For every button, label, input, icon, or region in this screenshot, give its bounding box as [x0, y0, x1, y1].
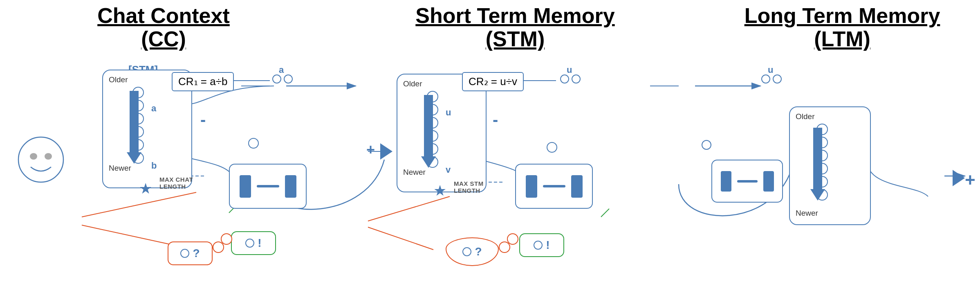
stm-question-mark: ?: [475, 245, 482, 258]
ltm-older-label: Older: [796, 112, 814, 121]
cc-proc-rect-1: [240, 175, 251, 198]
cc-exclamation-bubble: !: [231, 231, 276, 255]
stm-title: Short Term Memory (STM): [409, 4, 621, 51]
svg-point-19: [30, 153, 37, 160]
stm-down-arrow: [421, 95, 436, 168]
svg-marker-12: [380, 143, 392, 160]
stm-conn-circle-2: [572, 74, 581, 83]
cc-question-mark: ?: [193, 247, 200, 260]
ltm-conn-circle-1: [761, 74, 770, 83]
cc-exclamation-mark: !: [258, 237, 261, 250]
stm-max-label: MAX STMLENGTH: [454, 180, 484, 194]
svg-line-3: [82, 225, 176, 246]
svg-point-14: [249, 138, 258, 148]
svg-marker-13: [953, 170, 965, 186]
cc-proc-line: [257, 185, 279, 187]
cc-processor-box: [229, 164, 307, 209]
stm-q-circle: [462, 247, 471, 256]
cc-older-label: Older: [109, 75, 128, 84]
ltm-title: Long Term Memory (LTM): [736, 4, 949, 51]
stm-proc-center: [543, 185, 565, 187]
cc-conn-circle-2: [284, 74, 293, 83]
svg-point-15: [547, 142, 557, 152]
stm-connector-u-label: u: [567, 65, 572, 75]
svg-line-6: [368, 196, 450, 221]
ltm-memory-box: Older Newer: [789, 106, 871, 225]
stm-proc-line: [543, 185, 565, 187]
svg-line-7: [368, 227, 433, 250]
stm-star: ★: [433, 182, 446, 199]
cc-conn-circle-1: [272, 74, 281, 83]
svg-point-18: [18, 137, 63, 182]
cc-proc-rect-2: [285, 175, 296, 198]
cc-question-bubble: ?: [168, 241, 213, 265]
cc-q-circle: [180, 249, 189, 258]
smiley-face: [16, 135, 65, 184]
cc-newer-label: Newer: [109, 164, 131, 173]
ltm-connector-u-label: u: [768, 65, 773, 75]
stm-exclamation-mark: !: [546, 239, 549, 252]
cc-formula-box: CR₁ = a÷b: [172, 72, 234, 91]
stm-letter-u: u: [446, 107, 451, 118]
ltm-down-arrow: [810, 128, 825, 201]
cc-letter-a: a: [151, 103, 156, 114]
stm-proc-rect-1: [526, 175, 537, 198]
cc-minus-sign: -: [200, 111, 206, 129]
stm-plus-label: +: [366, 141, 375, 158]
stm-formula-box: CR₂ = u÷v: [462, 72, 524, 91]
cc-letter-b: b: [151, 160, 157, 171]
stm-minus-sign: -: [493, 111, 498, 129]
cc-overflow-2: [213, 241, 224, 253]
ltm-proc-rect-2: [763, 171, 774, 192]
cc-proc-center: [257, 185, 279, 187]
stm-memory-box: Older u v Newer: [397, 74, 487, 192]
stm-newer-label: Newer: [403, 168, 426, 177]
stm-question-bubble: ?: [446, 237, 499, 266]
stm-e-circle: [534, 241, 543, 250]
ltm-proc-line: [737, 180, 758, 183]
ltm-connector-dot: [702, 140, 711, 150]
stm-older-label: Older: [403, 79, 422, 88]
cc-connector-a-label: a: [279, 65, 284, 75]
ltm-conn-circle-2: [773, 74, 782, 83]
cc-e-circle: [245, 239, 254, 248]
stm-proc-rect-2: [571, 175, 583, 198]
cc-down-arrow: [127, 91, 141, 164]
stm-connector-group: [560, 74, 581, 83]
cc-star: ★: [139, 180, 152, 197]
stm-exclamation-bubble: !: [519, 233, 564, 257]
stm-conn-circle-1: [560, 74, 569, 83]
diagram-container: Chat Context (CC) [STM] Older a b Newer …: [0, 0, 980, 291]
ltm-proc-center: [737, 180, 758, 183]
ltm-connector-group: [761, 74, 782, 83]
cc-connector-group: [272, 74, 293, 83]
ltm-proc-rect-1: [721, 171, 731, 192]
cc-max-chat-label: MAX CHATLENGTH: [159, 176, 193, 190]
stm-processor-box: [515, 164, 593, 209]
ltm-processor-box: [711, 160, 783, 203]
chat-context-title: Chat Context (CC): [86, 4, 241, 51]
ltm-plus-sign: +: [965, 170, 976, 190]
svg-line-5: [601, 209, 609, 217]
svg-point-20: [45, 153, 52, 160]
stm-letter-v: v: [446, 165, 451, 175]
stm-overflow-2: [499, 241, 510, 253]
ltm-newer-label: Newer: [796, 209, 818, 218]
